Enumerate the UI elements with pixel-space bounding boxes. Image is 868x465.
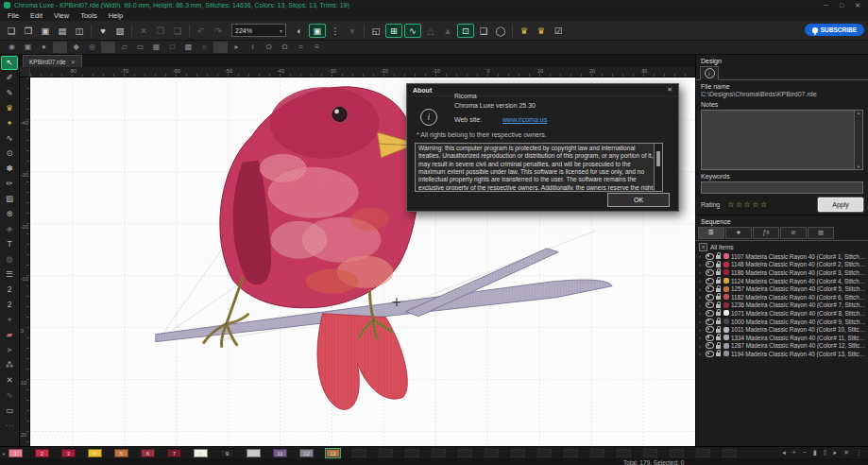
palette-swatch[interactable]: 9 (220, 449, 234, 457)
ruler-origin-box[interactable] (20, 67, 30, 77)
lock-icon[interactable] (716, 320, 721, 324)
toolbar-icon[interactable]: ◯ (493, 24, 508, 38)
thread-row[interactable]: › 1257 Madeira Classic Rayon 40 (Color# … (696, 284, 868, 293)
toolbar-icon[interactable] (91, 25, 92, 37)
lock-icon[interactable] (716, 255, 721, 259)
thread-row[interactable]: › 1148 Madeira Classic Rayon 40 (Color# … (696, 261, 868, 269)
visibility-eye-icon[interactable] (706, 326, 714, 333)
digitize-tool-icon[interactable]: □ (165, 42, 179, 53)
tool-button[interactable]: ✏ (2, 177, 17, 191)
palette-swatch[interactable]: 10 (247, 449, 261, 457)
view-control-icon[interactable]: − (803, 449, 807, 456)
thread-row[interactable]: › 1182 Madeira Classic Rayon 40 (Color# … (696, 293, 868, 301)
toolbar-icon[interactable]: △ (423, 24, 438, 38)
view-control-icon[interactable]: ▮ (813, 449, 817, 456)
tool-button[interactable]: T (2, 237, 17, 251)
visibility-eye-icon[interactable] (706, 261, 714, 267)
notes-textarea[interactable]: ▲ ▼ (701, 110, 863, 170)
visibility-eye-icon[interactable] (706, 278, 714, 284)
palette-empty-slot[interactable] (352, 449, 366, 457)
tool-button[interactable]: ✽ (2, 162, 17, 176)
toolbar-icon[interactable]: ↷ (211, 24, 226, 38)
toolbar-icon[interactable]: ♥ (95, 24, 111, 38)
visibility-eye-icon[interactable] (706, 319, 714, 325)
thread-row[interactable]: › 1334 Madeira Classic Rayon 40 (Color# … (696, 334, 868, 342)
lock-icon[interactable] (716, 264, 721, 267)
toolbar-icon[interactable]: ♛ (534, 24, 549, 38)
palette-swatch[interactable]: 5 (114, 449, 128, 457)
palette-empty-slot[interactable] (590, 449, 604, 457)
toolbar-icon[interactable]: ♛ (517, 24, 532, 38)
tool-button[interactable]: 2 (2, 283, 17, 297)
toolbar-icon[interactable]: ◐ (292, 24, 307, 38)
toolbar-icon[interactable]: ❏ (4, 24, 19, 38)
scrollbar-thumb[interactable] (656, 151, 660, 166)
tool-button[interactable]: ◍ (2, 252, 17, 267)
visibility-eye-icon[interactable] (706, 351, 714, 357)
toolbar-icon[interactable]: ☑ (551, 24, 566, 38)
toolbar-icon[interactable]: ▧ (112, 24, 128, 38)
menu-item[interactable]: Help (103, 11, 128, 20)
sequence-tab[interactable]: ⊘ (780, 227, 807, 239)
visibility-eye-icon[interactable] (706, 253, 714, 260)
tool-button[interactable]: ▰ (2, 328, 17, 342)
digitize-tool-icon[interactable] (213, 42, 228, 53)
toolbar-icon[interactable] (131, 25, 132, 37)
lock-icon[interactable] (716, 345, 721, 349)
visibility-eye-icon[interactable] (706, 310, 714, 317)
palette-empty-slot[interactable] (458, 449, 472, 457)
all-items-row[interactable]: ✕ All items (696, 241, 868, 252)
view-control-icon[interactable]: ✕ (843, 449, 849, 456)
palette-empty-slot[interactable] (485, 449, 499, 457)
thread-row[interactable]: › 1071 Madeira Classic Rayon 40 (Color# … (696, 309, 868, 318)
palette-swatch[interactable]: 6 (141, 449, 155, 457)
sequence-tab[interactable]: ☰ (698, 227, 724, 239)
tool-button[interactable]: ✐ (2, 71, 17, 85)
menu-item[interactable]: Edit (25, 11, 48, 20)
view-control-icon[interactable]: ◂ (782, 449, 786, 456)
toolbar-icon[interactable]: ⊞ (385, 24, 402, 38)
visibility-eye-icon[interactable] (706, 294, 714, 301)
expand-chevron-icon[interactable]: › (699, 310, 703, 316)
toolbar-icon[interactable]: ⋮ (328, 24, 343, 38)
expand-chevron-icon[interactable]: › (699, 262, 703, 267)
lock-icon[interactable] (716, 336, 721, 340)
visibility-eye-icon[interactable] (706, 335, 714, 341)
view-control-icon[interactable]: ▯ (824, 449, 827, 456)
palette-empty-slot[interactable] (432, 449, 446, 457)
toolbar-icon[interactable]: ◱ (368, 24, 383, 38)
digitize-tool-icon[interactable] (101, 42, 115, 53)
tool-button[interactable]: ∿ (2, 388, 17, 403)
palette-swatch[interactable]: 12 (299, 449, 314, 457)
tool-button[interactable]: ⋯ (2, 419, 17, 433)
palette-swatch[interactable]: 4 (88, 449, 102, 457)
digitize-tool-icon[interactable]: O (262, 42, 276, 53)
lock-icon[interactable] (716, 288, 721, 292)
checkbox-icon[interactable]: ✕ (699, 243, 707, 251)
expand-chevron-icon[interactable]: › (699, 327, 703, 333)
toolbar-icon[interactable]: ✕ (136, 24, 151, 38)
sequence-tab[interactable]: ▥ (808, 227, 834, 239)
lock-icon[interactable] (716, 304, 721, 308)
digitize-tool-icon[interactable]: ▭ (133, 42, 147, 53)
expand-chevron-icon[interactable]: › (699, 343, 703, 349)
view-control-icon[interactable]: + (792, 449, 796, 456)
tool-button[interactable]: ✦ (2, 313, 17, 327)
thread-row[interactable]: › 1194 Madeira Classic Rayon 40 (Color# … (696, 350, 868, 358)
expand-chevron-icon[interactable]: › (699, 278, 703, 284)
thread-row[interactable]: › 1124 Madeira Classic Rayon 40 (Color# … (696, 277, 868, 285)
lock-icon[interactable] (716, 280, 721, 284)
palette-empty-slot[interactable] (405, 449, 419, 457)
digitize-tool-icon[interactable]: ▦ (149, 42, 163, 53)
palette-swatch[interactable]: 1 (9, 449, 23, 457)
palette-scroll-left-icon[interactable]: ◂ (2, 450, 9, 456)
tool-button[interactable]: ⁂ (2, 358, 17, 372)
warning-scrollbar[interactable] (654, 144, 662, 191)
palette-swatch[interactable]: 2 (35, 449, 49, 457)
tool-button[interactable]: ∿ (2, 131, 17, 146)
thread-row[interactable]: › 1107 Madeira Classic Rayon 40 (Color# … (696, 252, 868, 261)
expand-chevron-icon[interactable]: › (699, 302, 703, 308)
menu-item[interactable]: View (48, 11, 75, 20)
digitize-tool-icon[interactable]: ○ (197, 42, 212, 53)
expand-chevron-icon[interactable]: › (699, 294, 703, 300)
